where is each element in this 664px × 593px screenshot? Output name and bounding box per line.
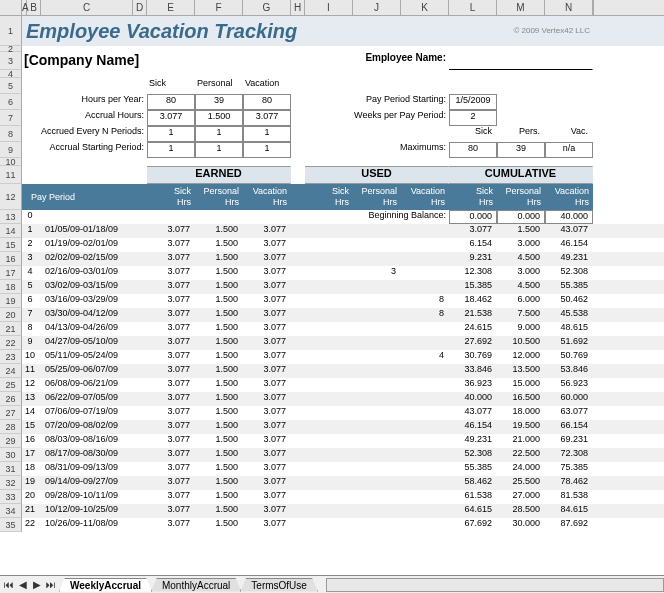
row-header[interactable]: 4 <box>0 70 22 78</box>
row-header[interactable]: 35 <box>0 518 22 532</box>
row-header[interactable]: 13 <box>0 210 22 224</box>
used-cell[interactable] <box>305 378 353 392</box>
earned-cell[interactable]: 3.077 <box>243 406 291 420</box>
row-header[interactable]: 24 <box>0 364 22 378</box>
cumulative-cell[interactable]: 87.692 <box>545 518 593 532</box>
maximums-1[interactable]: 39 <box>497 142 545 158</box>
used-cell[interactable] <box>305 490 353 504</box>
used-cell[interactable]: 3 <box>353 266 401 280</box>
earned-cell[interactable]: 1.500 <box>195 420 243 434</box>
used-cell[interactable] <box>305 294 353 308</box>
weeks-per-pay[interactable]: 2 <box>449 110 497 126</box>
accrued-every-1[interactable]: 1 <box>195 126 243 142</box>
col-header-K[interactable]: K <box>401 0 449 15</box>
cumulative-cell[interactable]: 28.500 <box>497 504 545 518</box>
earned-cell[interactable]: 3.077 <box>147 504 195 518</box>
earned-cell[interactable]: 3.077 <box>147 434 195 448</box>
earned-cell[interactable]: 3.077 <box>243 504 291 518</box>
col-header-J[interactable]: J <box>353 0 401 15</box>
hours-per-year-0[interactable]: 80 <box>147 94 195 110</box>
earned-cell[interactable]: 3.077 <box>147 294 195 308</box>
accrued-every-0[interactable]: 1 <box>147 126 195 142</box>
row-header[interactable]: 7 <box>0 110 22 126</box>
earned-cell[interactable]: 3.077 <box>243 448 291 462</box>
earned-cell[interactable]: 1.500 <box>195 448 243 462</box>
used-cell[interactable] <box>353 420 401 434</box>
used-cell[interactable] <box>305 518 353 532</box>
row-header[interactable]: 11 <box>0 166 22 184</box>
cumulative-cell[interactable]: 78.462 <box>545 476 593 490</box>
cumulative-cell[interactable]: 45.538 <box>545 308 593 322</box>
earned-cell[interactable]: 1.500 <box>195 462 243 476</box>
cumulative-cell[interactable]: 3.000 <box>497 266 545 280</box>
earned-cell[interactable]: 3.077 <box>243 224 291 238</box>
cumulative-cell[interactable]: 27.692 <box>449 336 497 350</box>
earned-cell[interactable]: 1.500 <box>195 406 243 420</box>
row-header[interactable]: 19 <box>0 294 22 308</box>
used-cell[interactable] <box>305 364 353 378</box>
cumulative-cell[interactable]: 16.500 <box>497 392 545 406</box>
used-cell[interactable] <box>401 434 449 448</box>
accrual-start-0[interactable]: 1 <box>147 142 195 158</box>
cumulative-cell[interactable]: 51.692 <box>545 336 593 350</box>
pay-period-cell[interactable]: 09/28/09-10/11/09 <box>41 490 147 504</box>
used-cell[interactable] <box>401 420 449 434</box>
col-header-C[interactable]: C <box>41 0 133 15</box>
cumulative-cell[interactable]: 6.000 <box>497 294 545 308</box>
pay-period-cell[interactable]: 06/08/09-06/21/09 <box>41 378 147 392</box>
used-cell[interactable] <box>305 504 353 518</box>
used-cell[interactable] <box>401 252 449 266</box>
accrual-hours-2[interactable]: 3.077 <box>243 110 291 126</box>
used-cell[interactable] <box>401 224 449 238</box>
used-cell[interactable] <box>353 406 401 420</box>
cumulative-cell[interactable]: 13.500 <box>497 364 545 378</box>
pay-period-start[interactable]: 1/5/2009 <box>449 94 497 110</box>
pay-period-cell[interactable]: 10/12/09-10/25/09 <box>41 504 147 518</box>
cumulative-cell[interactable]: 52.308 <box>545 266 593 280</box>
beginning-balance-0[interactable]: 0.000 <box>449 210 497 224</box>
used-cell[interactable] <box>401 406 449 420</box>
tab-monthlyaccrual[interactable]: MonthlyAccrual <box>151 578 241 592</box>
hours-per-year-1[interactable]: 39 <box>195 94 243 110</box>
earned-cell[interactable]: 1.500 <box>195 238 243 252</box>
used-cell[interactable] <box>305 350 353 364</box>
used-cell[interactable] <box>401 518 449 532</box>
cumulative-cell[interactable]: 4.500 <box>497 252 545 266</box>
row-header[interactable]: 14 <box>0 224 22 238</box>
cumulative-cell[interactable]: 63.077 <box>545 406 593 420</box>
pay-period-cell[interactable]: 07/20/09-08/02/09 <box>41 420 147 434</box>
pay-period-cell[interactable]: 03/16/09-03/29/09 <box>41 294 147 308</box>
cumulative-cell[interactable]: 81.538 <box>545 490 593 504</box>
earned-cell[interactable]: 1.500 <box>195 280 243 294</box>
used-cell[interactable] <box>353 322 401 336</box>
pay-period-cell[interactable]: 08/17/09-08/30/09 <box>41 448 147 462</box>
earned-cell[interactable]: 3.077 <box>243 238 291 252</box>
used-cell[interactable] <box>401 504 449 518</box>
cumulative-cell[interactable]: 67.692 <box>449 518 497 532</box>
used-cell[interactable] <box>353 378 401 392</box>
earned-cell[interactable]: 3.077 <box>147 350 195 364</box>
earned-cell[interactable]: 3.077 <box>243 350 291 364</box>
used-cell[interactable] <box>305 434 353 448</box>
cumulative-cell[interactable]: 25.500 <box>497 476 545 490</box>
accrual-hours-1[interactable]: 1.500 <box>195 110 243 126</box>
used-cell[interactable] <box>305 308 353 322</box>
used-cell[interactable] <box>353 448 401 462</box>
used-cell[interactable] <box>353 462 401 476</box>
used-cell[interactable] <box>353 280 401 294</box>
cumulative-cell[interactable]: 4.500 <box>497 280 545 294</box>
row-header[interactable]: 1 <box>0 16 22 46</box>
cumulative-cell[interactable]: 60.000 <box>545 392 593 406</box>
pay-period-cell[interactable]: 03/30/09-04/12/09 <box>41 308 147 322</box>
pay-period-cell[interactable]: 10/26/09-11/08/09 <box>41 518 147 532</box>
row-header[interactable]: 33 <box>0 490 22 504</box>
row-header[interactable]: 28 <box>0 420 22 434</box>
col-header-D[interactable]: D <box>133 0 147 15</box>
used-cell[interactable]: 8 <box>401 308 449 322</box>
used-cell[interactable] <box>401 266 449 280</box>
row-header[interactable]: 22 <box>0 336 22 350</box>
used-cell[interactable]: 8 <box>401 294 449 308</box>
row-header[interactable]: 10 <box>0 158 22 166</box>
pay-period-cell[interactable]: 07/06/09-07/19/09 <box>41 406 147 420</box>
row-header[interactable]: 16 <box>0 252 22 266</box>
